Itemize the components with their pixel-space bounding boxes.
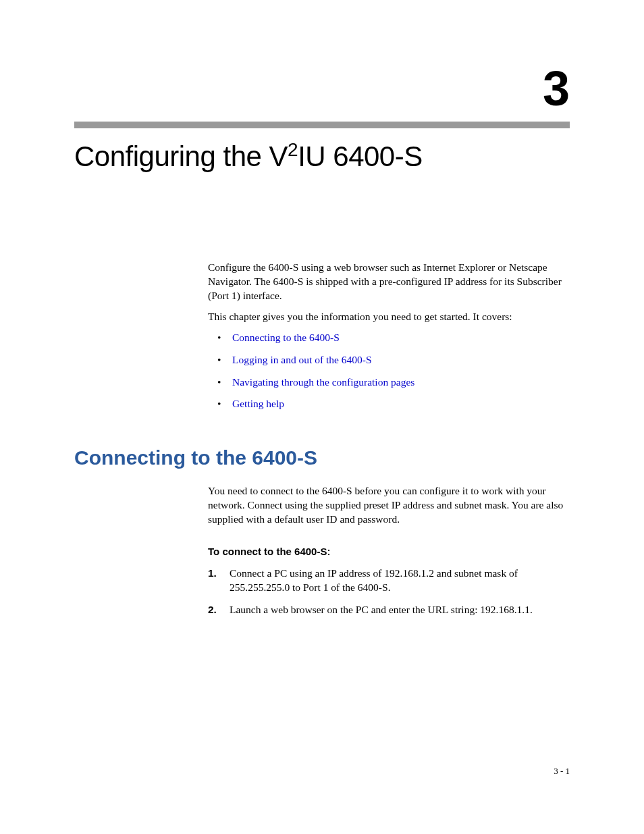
section-paragraph-1: You need to connect to the 6400-S before… <box>208 484 570 527</box>
chapter-title: Configuring the V2IU 6400-S <box>74 140 570 173</box>
link-connecting[interactable]: Connecting to the 6400-S <box>232 332 340 343</box>
link-help[interactable]: Getting help <box>232 398 284 409</box>
page-number: 3 - 1 <box>554 766 570 777</box>
procedure-steps: 1. Connect a PC using an IP address of 1… <box>208 567 570 617</box>
section-heading-connecting: Connecting to the 6400-S <box>74 446 570 469</box>
chapter-title-pre: Configuring the V <box>74 140 288 172</box>
chapter-divider <box>74 122 570 128</box>
link-navigating[interactable]: Navigating through the configuration pag… <box>232 376 414 388</box>
link-logging[interactable]: Logging in and out of the 6400-S <box>232 354 372 365</box>
procedure-heading: To connect to the 6400-S: <box>208 546 570 557</box>
list-item: Connecting to the 6400-S <box>217 331 570 345</box>
step-number: 1. <box>208 567 217 581</box>
step-text: Connect a PC using an IP address of 192.… <box>230 567 518 593</box>
step-1: 1. Connect a PC using an IP address of 1… <box>208 567 570 595</box>
intro-paragraph-1: Configure the 6400-S using a web browser… <box>208 261 570 303</box>
step-text: Launch a web browser on the PC and enter… <box>230 604 533 615</box>
step-2: 2. Launch a web browser on the PC and en… <box>208 603 570 617</box>
intro-link-list: Connecting to the 6400-S Logging in and … <box>217 331 570 412</box>
chapter-title-post: IU 6400-S <box>298 140 423 172</box>
step-number: 2. <box>208 603 217 617</box>
chapter-number: 3 <box>74 61 570 116</box>
intro-paragraph-2: This chapter gives you the information y… <box>208 310 570 324</box>
chapter-title-sup: 2 <box>288 139 298 160</box>
list-item: Navigating through the configuration pag… <box>217 375 570 390</box>
list-item: Logging in and out of the 6400-S <box>217 353 570 367</box>
list-item: Getting help <box>217 397 570 411</box>
